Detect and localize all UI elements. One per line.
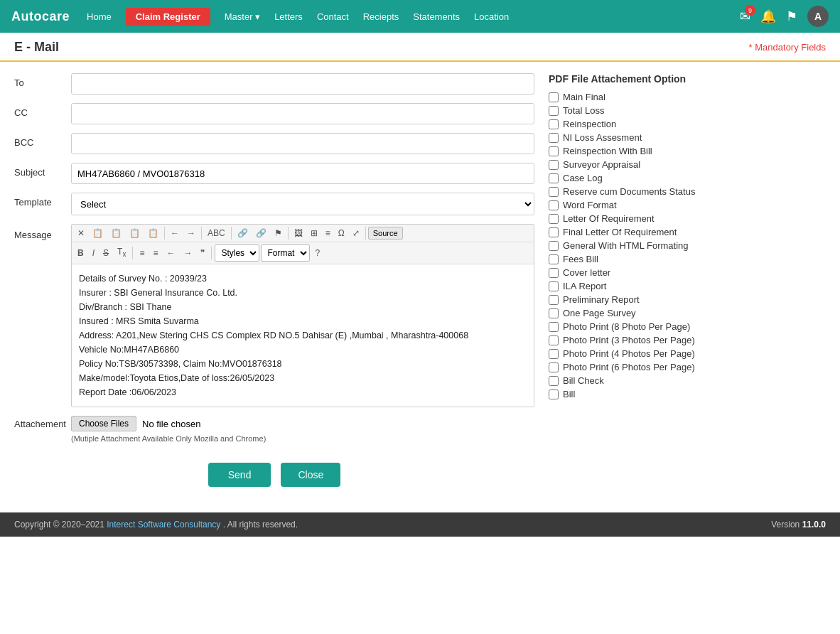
paste-word-btn[interactable]: 📋 [144, 227, 162, 240]
help-btn[interactable]: ? [311, 247, 323, 259]
company-link[interactable]: Interect Software Consultancy [107, 520, 220, 530]
attachment-note: (Mutiple Attachment Available Only Mozil… [71, 434, 534, 443]
to-input[interactable] [71, 73, 534, 95]
label-photo-4: Photo Print (4 Photos Per Page) [563, 348, 695, 359]
close-button[interactable]: Close [281, 463, 340, 487]
sep3 [231, 227, 232, 240]
pdf-option-one-page-survey: One Page Survey [549, 308, 826, 318]
bcc-input[interactable] [71, 133, 534, 154]
pdf-option-reserve-docs: Reserve cum Documents Status [549, 186, 826, 197]
bold-btn[interactable]: B [74, 247, 87, 259]
mail-icon[interactable]: ✉ 9 [740, 9, 750, 24]
image-btn[interactable]: 🖼 [291, 227, 306, 240]
checkbox-main-final[interactable] [549, 92, 559, 102]
source-btn[interactable]: Source [368, 227, 403, 240]
checkbox-preliminary-report[interactable] [549, 295, 559, 305]
editor-wrapper: ✕ 📋 📋 📋 📋 ← → ABC 🔗 🔗 ⚑ 🖼 ⊞ [71, 224, 534, 407]
nav-home[interactable]: Home [87, 11, 112, 22]
flag-icon[interactable]: ⚑ [786, 9, 797, 24]
format-select[interactable]: Format [261, 245, 310, 262]
strikethrough-btn[interactable]: S [99, 247, 112, 259]
checkbox-total-loss[interactable] [549, 106, 559, 116]
label-ni-loss: NI Loss Assesment [563, 132, 642, 143]
special-char-btn[interactable]: Ω [335, 227, 348, 240]
label-reinspection-bill: Reinspection With Bill [563, 146, 652, 156]
copyright: Copyright © 2020–2021 Interect Software … [14, 520, 298, 530]
outdent-btn[interactable]: ← [163, 247, 178, 259]
italic-btn[interactable]: I [89, 247, 98, 259]
nav-master[interactable]: Master [225, 11, 260, 22]
hr-btn[interactable]: ≡ [322, 227, 334, 240]
checkbox-photo-4[interactable] [549, 349, 559, 359]
ordered-list-btn[interactable]: ≡ [136, 247, 148, 259]
blockquote-btn[interactable]: ❞ [197, 247, 208, 259]
checkbox-photo-3[interactable] [549, 335, 559, 345]
send-button[interactable]: Send [208, 463, 271, 487]
checkbox-cover-letter[interactable] [549, 268, 559, 278]
cc-input[interactable] [71, 103, 534, 124]
link-btn[interactable]: 🔗 [234, 227, 252, 240]
choose-files-button[interactable]: Choose Files [71, 416, 136, 431]
footer: Copyright © 2020–2021 Interect Software … [0, 512, 840, 537]
anchor-btn[interactable]: ⚑ [271, 227, 286, 240]
paste-btn[interactable]: 📋 [107, 227, 125, 240]
label-case-log: Case Log [563, 173, 603, 183]
editor-body[interactable]: Details of Survey No. : 20939/23Insurer … [72, 264, 534, 407]
sep4 [288, 227, 289, 240]
table-btn[interactable]: ⊞ [307, 227, 321, 240]
label-photo-8: Photo Print (8 Photo Per Page) [563, 321, 690, 332]
copy-btn[interactable]: 📋 [89, 227, 107, 240]
indent-btn[interactable]: → [180, 247, 195, 259]
checkbox-ni-loss[interactable] [549, 133, 559, 143]
nav-claim-register[interactable]: Claim Register [126, 8, 210, 26]
checkbox-final-letter[interactable] [549, 227, 559, 237]
unordered-list-btn[interactable]: ≡ [149, 247, 161, 259]
maximize-btn[interactable]: ⤢ [349, 227, 363, 240]
checkbox-reserve-docs[interactable] [549, 187, 559, 197]
removeformat-btn[interactable]: Tx [114, 245, 129, 260]
nav-location[interactable]: Location [474, 11, 509, 22]
pdf-option-photo-4: Photo Print (4 Photos Per Page) [549, 348, 826, 359]
checkbox-photo-8[interactable] [549, 322, 559, 332]
avatar[interactable]: A [807, 6, 829, 27]
bell-icon[interactable]: 🔔 [760, 9, 776, 24]
editor-toolbar-1: ✕ 📋 📋 📋 📋 ← → ABC 🔗 🔗 ⚑ 🖼 ⊞ [72, 225, 534, 242]
brand-logo[interactable]: Autocare [11, 9, 70, 24]
label-bill-check: Bill Check [563, 375, 604, 386]
nav-statements[interactable]: Statements [413, 11, 460, 22]
label-final-letter: Final Letter Of Requirement [563, 227, 677, 237]
pdf-option-photo-6: Photo Print (6 Photos Per Page) [549, 362, 826, 372]
checkbox-one-page-survey[interactable] [549, 308, 559, 318]
content-area: To CC BCC Subject Template Select Messag [0, 62, 840, 498]
unlink-btn[interactable]: 🔗 [252, 227, 270, 240]
right-panel: PDF File Attachement Option Main FinalTo… [549, 73, 826, 487]
checkbox-fees-bill[interactable] [549, 254, 559, 264]
checkbox-photo-6[interactable] [549, 362, 559, 372]
pdf-option-ni-loss: NI Loss Assesment [549, 132, 826, 143]
spellcheck-btn[interactable]: ABC [204, 227, 229, 240]
checkbox-case-log[interactable] [549, 173, 559, 183]
checkbox-letter-requirement[interactable] [549, 214, 559, 224]
nav-links: Home Claim Register Master Letters Conta… [87, 8, 740, 26]
checkbox-surveyor-appraisal[interactable] [549, 160, 559, 170]
redo-btn[interactable]: → [183, 227, 199, 240]
checkbox-bill-check[interactable] [549, 376, 559, 386]
nav-contact[interactable]: Contact [317, 11, 349, 22]
checkbox-ila-report[interactable] [549, 281, 559, 291]
template-label: Template [14, 193, 64, 208]
to-label: To [14, 73, 64, 88]
cut-btn[interactable]: ✕ [74, 227, 88, 240]
styles-select[interactable]: Styles [215, 245, 259, 262]
checkbox-reinspection[interactable] [549, 119, 559, 129]
undo-btn[interactable]: ← [167, 227, 183, 240]
checkbox-general-html[interactable] [549, 241, 559, 251]
checkbox-bill[interactable] [549, 389, 559, 399]
template-select[interactable]: Select [71, 193, 534, 215]
nav-reciepts[interactable]: Reciepts [363, 11, 399, 22]
attachment-label: Attachement [14, 416, 64, 429]
checkbox-word-format[interactable] [549, 200, 559, 210]
nav-letters[interactable]: Letters [274, 11, 303, 22]
paste-text-btn[interactable]: 📋 [126, 227, 144, 240]
checkbox-reinspection-bill[interactable] [549, 146, 559, 156]
subject-input[interactable] [71, 163, 534, 184]
